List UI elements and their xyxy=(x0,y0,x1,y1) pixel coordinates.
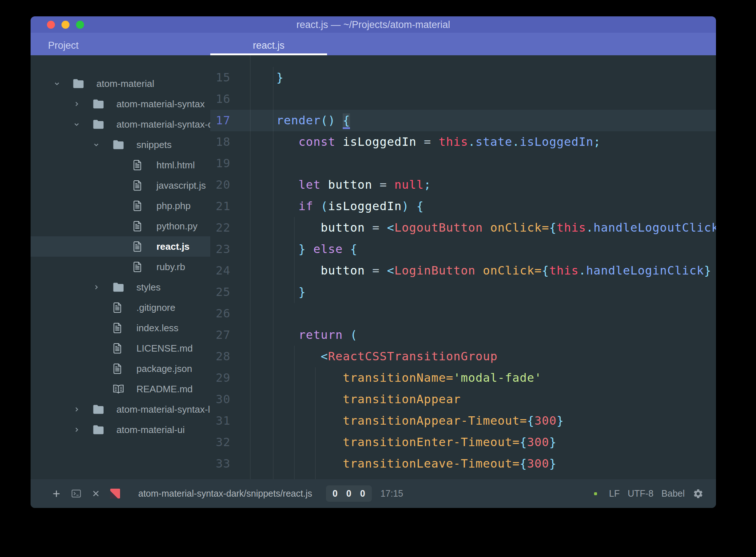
line-number: 23 xyxy=(210,239,250,260)
folder-icon xyxy=(113,140,124,150)
close-panel-button[interactable] xyxy=(92,489,100,498)
tree-item-html-html[interactable]: html.html xyxy=(31,155,210,175)
tree-item-label: README.md xyxy=(136,384,193,395)
tree-item-atom-material-syntax-dark[interactable]: atom-material-syntax-dark xyxy=(31,114,210,135)
chevron-right-icon[interactable] xyxy=(73,101,80,107)
add-project-button[interactable] xyxy=(52,489,61,498)
line-number: 29 xyxy=(210,367,250,389)
line-number: 26 xyxy=(210,303,250,324)
code-line-33[interactable]: 33 transitionLeave-Timeout={300} xyxy=(210,453,716,474)
file-icon xyxy=(133,221,142,232)
code-line-22[interactable]: 22 button = <LogoutButton onClick={this.… xyxy=(210,217,716,239)
folder-icon xyxy=(93,425,104,435)
tree-item-label: package.json xyxy=(136,363,192,374)
tree-item-python-py[interactable]: python.py xyxy=(31,216,210,236)
tree-item-php-php[interactable]: php.php xyxy=(31,196,210,216)
tree-item-atom-material-ui[interactable]: atom-material-ui xyxy=(31,420,210,440)
code-line-23[interactable]: 23 } else { xyxy=(210,239,716,260)
tree-item-javascript-js[interactable]: javascript.js xyxy=(31,175,210,196)
folder-icon xyxy=(93,405,104,414)
chevron-down-icon[interactable] xyxy=(93,142,99,148)
file-icon xyxy=(113,363,122,374)
code-line-31[interactable]: 31 transitionAppear-Timeout={300} xyxy=(210,410,716,432)
code-line-20[interactable]: 20 let button = null; xyxy=(210,174,716,196)
chevron-right-icon[interactable] xyxy=(93,284,99,290)
code-editor[interactable]: 15 }1617 render() {18 const isLoggedIn =… xyxy=(210,55,716,479)
chevron-right-icon[interactable] xyxy=(73,406,80,413)
tree-item-label: atom-material-ui xyxy=(116,424,185,436)
main-area: atom-materialatom-material-syntaxatom-ma… xyxy=(31,55,716,479)
code-line-26[interactable]: 26 xyxy=(210,303,716,324)
tree-item-index-less[interactable]: index.less xyxy=(31,318,210,338)
tree-item-label: python.py xyxy=(156,221,198,232)
line-content: let button = null; xyxy=(250,174,431,196)
gear-icon[interactable] xyxy=(693,488,704,499)
tree-item-react-js[interactable]: react.js xyxy=(31,236,210,257)
line-content: transitionAppear-Timeout={300} xyxy=(250,410,564,432)
code-line-30[interactable]: 30 transitionAppear xyxy=(210,389,716,410)
tree-item-license-md[interactable]: LICENSE.md xyxy=(31,338,210,358)
encoding-indicator[interactable]: UTF-8 xyxy=(628,488,653,499)
code-line-34[interactable]: 34 > xyxy=(210,474,716,479)
status-bar-right: LF UTF-8 Babel xyxy=(594,488,704,499)
tab-react-js[interactable]: react.js xyxy=(210,33,327,55)
line-content: transitionLeave-Timeout={300} xyxy=(250,453,557,474)
indent-guide xyxy=(273,67,274,479)
tree-item-readme-md[interactable]: README.md xyxy=(31,379,210,399)
file-tree[interactable]: atom-materialatom-material-syntaxatom-ma… xyxy=(31,55,210,479)
code-line-21[interactable]: 21 if (isLoggedIn) { xyxy=(210,196,716,217)
tree-item-label: ruby.rb xyxy=(156,261,185,273)
line-content: const isLoggedIn = this.state.isLoggedIn… xyxy=(250,131,601,153)
code-line-18[interactable]: 18 const isLoggedIn = this.state.isLogge… xyxy=(210,131,716,153)
code-line-32[interactable]: 32 transitionEnter-Timeout={300} xyxy=(210,432,716,453)
tree-item-label: .gitignore xyxy=(136,302,175,313)
line-number: 32 xyxy=(210,432,250,453)
tree-item-atom-material-syntax-light[interactable]: atom-material-syntax-light xyxy=(31,399,210,420)
git-diff-icon[interactable] xyxy=(110,489,120,498)
git-change-counts[interactable]: 0 0 0 xyxy=(326,485,372,502)
package-status-dot xyxy=(594,492,597,495)
chevron-down-icon[interactable] xyxy=(73,121,80,128)
code-line-29[interactable]: 29 transitionName='modal-fade' xyxy=(210,367,716,389)
chevron-right-icon[interactable] xyxy=(73,427,80,433)
file-icon xyxy=(113,343,122,354)
tree-item-snippets[interactable]: snippets xyxy=(31,135,210,155)
title-bar[interactable]: react.js — ~/Projects/atom-material xyxy=(31,16,716,33)
tree-item-package-json[interactable]: package.json xyxy=(31,358,210,379)
code-line-24[interactable]: 24 button = <LoginButton onClick={this.h… xyxy=(210,260,716,281)
file-path[interactable]: atom-material-syntax-dark/snippets/react… xyxy=(138,488,312,499)
file-icon xyxy=(133,200,142,211)
code-line-28[interactable]: 28 <ReactCSSTransitionGroup xyxy=(210,346,716,367)
cursor-position[interactable]: 17:15 xyxy=(381,488,403,499)
code-lines: 15 }1617 render() {18 const isLoggedIn =… xyxy=(210,67,716,479)
chevron-down-icon[interactable] xyxy=(54,81,60,87)
terminal-button[interactable] xyxy=(71,488,82,499)
code-line-27[interactable]: 27 return ( xyxy=(210,324,716,346)
grammar-indicator[interactable]: Babel xyxy=(661,488,685,499)
book-icon xyxy=(113,384,124,394)
tree-item--gitignore[interactable]: .gitignore xyxy=(31,297,210,318)
tree-item-styles[interactable]: styles xyxy=(31,277,210,297)
tree-item-atom-material-syntax[interactable]: atom-material-syntax xyxy=(31,94,210,114)
file-icon xyxy=(133,180,142,191)
tree-item-label: snippets xyxy=(136,139,172,151)
line-number: 15 xyxy=(210,67,250,88)
line-number: 18 xyxy=(210,131,250,153)
tree-item-atom-material[interactable]: atom-material xyxy=(31,73,210,94)
line-number: 21 xyxy=(210,196,250,217)
gutter-divider xyxy=(250,55,251,479)
folder-icon xyxy=(93,120,104,129)
tree-item-label: index.less xyxy=(136,322,179,334)
code-line-17[interactable]: 17 render() { xyxy=(210,110,716,131)
code-line-15[interactable]: 15 } xyxy=(210,67,716,88)
line-number: 19 xyxy=(210,153,250,174)
line-ending-indicator[interactable]: LF xyxy=(609,488,620,499)
folder-icon xyxy=(73,79,84,89)
tree-item-ruby-rb[interactable]: ruby.rb xyxy=(31,257,210,277)
indent-guide xyxy=(315,367,316,479)
line-content: } else { xyxy=(250,239,358,260)
code-line-16[interactable]: 16 xyxy=(210,88,716,110)
code-line-19[interactable]: 19 xyxy=(210,153,716,174)
code-line-25[interactable]: 25 } xyxy=(210,281,716,303)
line-number: 24 xyxy=(210,260,250,281)
